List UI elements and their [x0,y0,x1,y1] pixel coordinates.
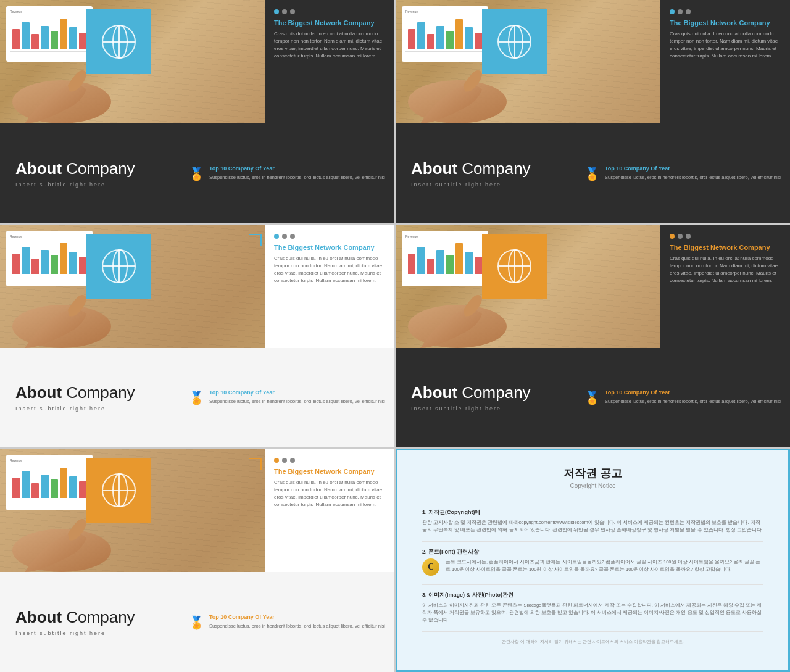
globe-icon-2 [497,25,531,59]
award-title-2: Top 10 Company Of Year [605,165,781,172]
subtitle-3: Insert subtitle right here [15,405,164,412]
award-row-2: 🏅 Top 10 Company Of Year Suspendisse luc… [584,165,781,181]
slide-2: Revenue [396,0,790,223]
slide-1: Revenue [0,0,394,223]
about-bold: About [15,159,62,178]
slide-6-copyright: 저작권 공고 Copyright Notice 1. 저작권(Copyright… [396,449,790,672]
info-heading-3: The Biggest Network Company [274,244,385,251]
info-heading-2: The Biggest Network Company [670,19,781,27]
dot-2-2 [678,9,683,14]
info-body-4: Cras quis dui nulla. In eu orci at nulla… [670,255,781,284]
slide-3: Revenue [0,225,394,448]
info-panel-light-5: The Biggest Network Company Cras quis du… [265,449,394,572]
award-body-2: Suspendisse luctus, eros in hendrerit lo… [605,174,781,181]
accent-square-orange-4 [482,234,547,299]
dot-1-5 [274,458,279,463]
about-rest: Company [62,159,135,178]
award-icon-2: 🏅 [584,167,600,181]
slide-1-image-area: Revenue [0,0,394,123]
info-panel-light: The Biggest Network Company Cras quis du… [265,225,394,348]
globe-icon-4 [497,249,531,283]
award-title: Top 10 Company Of Year [209,165,385,172]
chart-thumbnail-2: Revenue [402,6,488,62]
copyright-divider-top [422,502,763,502]
award-body-5: Suspendisse luctus, eros in hendrerit lo… [209,623,385,629]
copyright-content: 저작권 공고 Copyright Notice 1. 저작권(Copyright… [397,450,788,660]
copyright-section-3-title: 3. 이미지(Image) & 사진(Photo)관련 [422,591,763,599]
award-section-3: 🏅 Top 10 Company Of Year Suspendisse luc… [180,348,394,448]
copyright-divider-2 [422,584,763,585]
title-section-5: About Company Insert subtitle right here [0,572,180,672]
info-panel-dark: The Biggest Network Company Cras quis du… [265,0,394,123]
accent-square-blue-3 [86,234,151,299]
award-row-3: 🏅 Top 10 Company Of Year Suspendisse luc… [189,389,385,405]
about-rest-3: Company [62,383,135,402]
dots-row-5 [274,458,385,463]
copyright-section-2-body: 폰트 코드사에서는, 컴플라이어서 사이즈금과 판매는 사이트임을올까요? 컴플… [446,558,763,573]
dot-1-2 [670,9,675,14]
hand-illustration-3 [0,292,123,348]
globe-icon-5 [102,473,136,507]
copyright-section-1-title: 1. 저작권(Copyright)에 [422,508,763,516]
award-section-4: 🏅 Top 10 Company Of Year Suspendisse luc… [575,348,790,448]
dot-2-4 [678,234,683,239]
dot-3-3 [290,234,295,239]
subtitle-2: Insert subtitle right here [411,181,560,188]
info-body-3: Cras quis dui nulla. In eu orci at nulla… [274,255,385,284]
chart-thumbnail: Revenue [6,6,93,62]
hand-illustration-2 [396,68,519,123]
slide-1-bottom: About Company Insert subtitle right here… [0,123,394,223]
slide-2-image-area: Revenue [396,0,790,123]
c-logo-copyright: C [422,558,441,577]
award-text-block-5: Top 10 Company Of Year Suspendisse luctu… [209,614,385,629]
slide-3-image-area: Revenue [0,225,394,348]
about-title-4: About Company [411,383,560,402]
award-text-block-4: Top 10 Company Of Year Suspendisse luctu… [605,389,781,405]
award-text-block-3: Top 10 Company Of Year Suspendisse luctu… [209,389,385,405]
dots-row-3 [274,234,385,239]
slide-3-bottom: About Company Insert subtitle right here… [0,348,394,448]
about-title: About Company [15,159,164,178]
copyright-section-2: 2. 폰트(Font) 관련사항 C 폰트 코드사에서는, 컴플라이어서 사이즈… [422,548,763,577]
dot-3-4 [686,234,691,239]
info-heading-5: The Biggest Network Company [274,468,385,475]
dot-1-4 [670,234,675,239]
copyright-title: 저작권 공고 [422,466,763,481]
about-title-5: About Company [15,608,164,627]
info-heading: The Biggest Network Company [274,19,385,27]
award-body-3: Suspendisse luctus, eros in hendrerit lo… [209,398,385,405]
chart-thumbnail-5: Revenue [6,455,93,510]
award-row: 🏅 Top 10 Company Of Year Suspendisse luc… [189,165,385,181]
copyright-divider-3 [422,631,763,632]
dot-3-2 [686,9,691,14]
award-icon-5: 🏅 [189,615,204,630]
copyright-footer: 관련사항 에 대하여 자세히 알기 위해서는 관련 사이트에서의 서비스 이용약… [422,638,763,645]
subtitle-4: Insert subtitle right here [411,405,560,412]
slide-5: Revenue [0,449,394,672]
dots-row-2 [670,9,781,14]
award-title-3: Top 10 Company Of Year [209,389,385,396]
slide-4: Revenue [396,225,790,448]
hand-illustration-4 [396,292,519,348]
copyright-section-3: 3. 이미지(Image) & 사진(Photo)관련 이 서비스의 이미지사진… [422,591,763,624]
subtitle: Insert subtitle right here [15,181,164,188]
chart-thumbnail-3: Revenue [6,231,93,286]
copyright-section-1: 1. 저작권(Copyright)에 관한 고지사항 소 및 저작권은 관련법에… [422,508,763,534]
award-icon-3: 🏅 [189,391,204,405]
award-body-4: Suspendisse luctus, eros in hendrerit lo… [605,398,781,405]
hand-illustration-5 [0,516,123,572]
copyright-subtitle: Copyright Notice [422,483,763,489]
corner-line-5 [249,458,262,470]
award-title-4: Top 10 Company Of Year [605,389,781,396]
about-title-2: About Company [411,159,560,178]
award-section: 🏅 Top 10 Company Of Year Suspendisse luc… [180,123,394,223]
award-section-2: 🏅 Top 10 Company Of Year Suspendisse luc… [575,123,790,223]
info-panel-dark-4: The Biggest Network Company Cras quis du… [660,225,790,348]
dot-2 [282,9,287,14]
award-icon-4: 🏅 [584,391,600,405]
title-section-2: About Company Insert subtitle right here [396,123,575,223]
info-body: Cras quis dui nulla. In eu orci at nulla… [274,30,385,60]
award-text-block: Top 10 Company Of Year Suspendisse luctu… [209,165,385,181]
copyright-section-3-body: 이 서비스의 이미지사진과 관련 모든 콘텐츠는 Slidesgo플랫폼과 관련… [422,602,763,624]
title-section-4: About Company Insert subtitle right here [396,348,575,448]
